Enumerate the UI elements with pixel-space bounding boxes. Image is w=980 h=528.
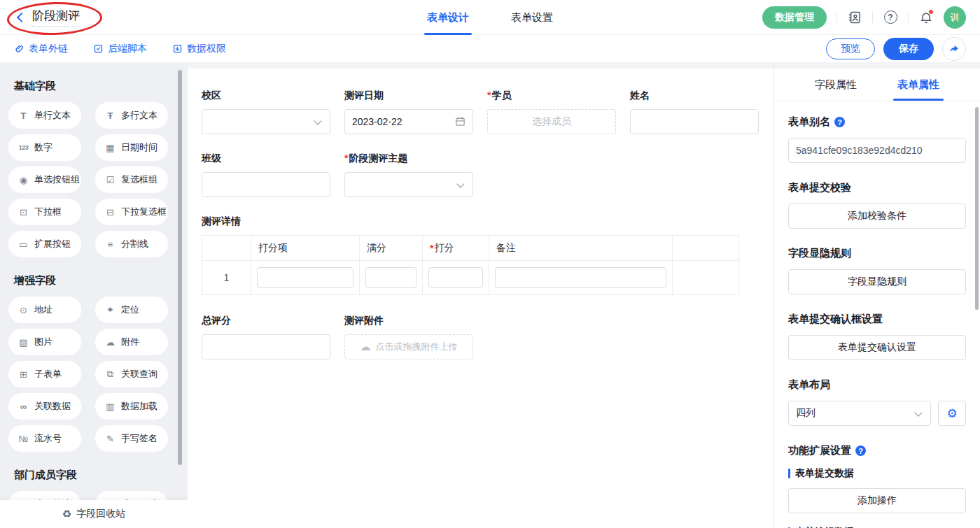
submit-data-section: 表单提交数据 添加操作 — [788, 467, 966, 513]
table-header-full-score: 满分 — [360, 236, 423, 261]
share-button[interactable] — [942, 37, 966, 61]
submit-validation-section: 表单提交校验 添加校验条件 — [788, 181, 966, 229]
attachment-upload-area[interactable]: 点击或拖拽附件上传 — [344, 334, 473, 359]
remark-input[interactable] — [495, 267, 666, 288]
score-input[interactable] — [428, 267, 483, 288]
form-layout-select[interactable]: 四列 — [788, 401, 931, 426]
number-icon — [18, 144, 29, 151]
field-item-address[interactable]: 地址 — [8, 297, 81, 323]
table-header-remark: 备注 — [489, 236, 673, 261]
field-visibility-button[interactable]: 字段显隐规则 — [788, 269, 966, 294]
section-title-enhanced-fields: 增强字段 — [14, 274, 188, 287]
field-item-image[interactable]: 图片 — [8, 329, 81, 355]
field-item-single-line-text[interactable]: 单行文本 — [8, 102, 81, 129]
field-item-linked-query[interactable]: 关联查询 — [95, 361, 168, 387]
field-label: 测评日期 — [344, 90, 473, 102]
field-class: 班级 — [202, 152, 330, 197]
sidebar-scrollbar[interactable] — [178, 70, 182, 465]
field-item-subform[interactable]: 子表单 — [8, 361, 81, 387]
total-score-input[interactable] — [202, 334, 330, 359]
field-item-multi-line-text[interactable]: 多行文本 — [95, 102, 168, 129]
score-item-input[interactable] — [257, 267, 354, 288]
form-design-canvas: 校区 测评日期 *学员 选择成员 姓名 — [188, 69, 774, 528]
tab-field-properties[interactable]: 字段属性 — [815, 69, 857, 101]
submit-confirm-section: 表单提交确认框设置 表单提交确认设置 — [788, 313, 966, 360]
eval-topic-select[interactable] — [344, 172, 473, 197]
field-item-dropdown-multi[interactable]: 下拉复选框 — [95, 199, 168, 225]
submit-data-add-button[interactable]: 添加操作 — [788, 488, 966, 513]
contact-book-icon[interactable] — [847, 10, 862, 25]
properties-panel: 字段属性 表单属性 表单别名 表单提交校验 添加校验条件 字段显隐规则 字段显隐… — [774, 69, 980, 528]
divider — [836, 12, 837, 23]
field-item-linked-data[interactable]: 关联数据 — [8, 393, 81, 420]
multi-line-text-icon — [104, 110, 116, 121]
attachment-icon — [104, 337, 116, 348]
calendar-icon — [454, 115, 466, 127]
field-name: 姓名 — [630, 90, 759, 134]
full-score-input[interactable] — [365, 267, 416, 288]
help-icon[interactable] — [883, 10, 898, 25]
field-item-dropdown[interactable]: 下拉框 — [8, 199, 81, 225]
subform-icon — [18, 369, 29, 380]
add-validation-button[interactable]: 添加校验条件 — [788, 204, 966, 229]
back-icon[interactable] — [17, 12, 27, 22]
checkbox-group-icon — [104, 175, 116, 185]
tab-form-settings[interactable]: 表单设置 — [511, 0, 553, 35]
linked-query-icon — [104, 369, 116, 380]
submit-confirm-button[interactable]: 表单提交确认设置 — [788, 335, 966, 360]
name-input[interactable] — [630, 109, 759, 134]
field-item-serial-number[interactable]: 流水号 — [8, 425, 81, 452]
layout-settings-button[interactable] — [938, 401, 966, 426]
field-eval-topic: *阶段测评主题 — [344, 152, 473, 197]
gear-icon — [946, 406, 957, 421]
campus-select[interactable] — [202, 109, 330, 134]
location-icon — [104, 304, 116, 315]
dropdown-icon — [18, 207, 29, 217]
field-palette-sidebar: 基础字段 单行文本 多行文本 数字 日期时间 单选按钮组 复选框组 下拉框 下拉… — [0, 63, 188, 528]
signature-icon — [104, 434, 116, 444]
class-input[interactable] — [202, 172, 330, 197]
preview-button[interactable]: 预览 — [826, 38, 875, 59]
extension-settings-section: 功能扩展设置 — [788, 444, 966, 457]
field-eval-detail: 测评详情 打分项 满分 *打分 备注 1 — [202, 215, 773, 295]
field-item-attachment[interactable]: 附件 — [95, 329, 168, 355]
form-external-link[interactable]: 表单外链 — [14, 43, 68, 55]
notification-bell-icon[interactable] — [918, 10, 934, 25]
single-line-text-icon — [18, 110, 29, 121]
field-campus: 校区 — [202, 90, 330, 134]
field-total-score: 总评分 — [202, 315, 330, 359]
tab-form-design[interactable]: 表单设计 — [427, 0, 469, 35]
field-label: 班级 — [202, 152, 330, 165]
field-eval-date: 测评日期 — [344, 90, 473, 134]
panel-scrollbar[interactable] — [975, 107, 979, 310]
field-item-radio-group[interactable]: 单选按钮组 — [8, 166, 81, 193]
data-permission-link[interactable]: 数据权限 — [172, 43, 226, 55]
field-item-signature[interactable]: 手写签名 — [95, 425, 168, 452]
form-alias-section: 表单别名 — [788, 115, 966, 163]
help-icon[interactable] — [855, 445, 866, 456]
data-manage-button[interactable]: 数据管理 — [762, 6, 827, 29]
form-toolbar: 表单外链 后端脚本 数据权限 预览 保存 — [0, 35, 980, 63]
page-title[interactable]: 阶段测评 — [32, 8, 80, 27]
field-item-datetime[interactable]: 日期时间 — [95, 134, 168, 161]
form-alias-input[interactable] — [788, 138, 966, 163]
field-item-location[interactable]: 定位 — [95, 297, 168, 323]
script-icon — [93, 43, 104, 54]
field-item-extend-button[interactable]: 扩展按钮 — [8, 231, 81, 257]
backend-script-link[interactable]: 后端脚本 — [93, 43, 147, 55]
select-member-button[interactable]: 选择成员 — [487, 109, 616, 134]
divider — [908, 12, 909, 23]
field-item-checkbox-group[interactable]: 复选框组 — [95, 166, 168, 193]
field-label: 测评详情 — [202, 215, 773, 228]
field-recycle-bin[interactable]: 字段回收站 — [0, 500, 188, 528]
field-item-divider-line[interactable]: 分割线 — [95, 231, 168, 257]
dropdown-multi-icon — [104, 207, 116, 217]
table-header-extra — [673, 236, 738, 261]
save-button[interactable]: 保存 — [883, 38, 934, 60]
section-title-member-fields: 部门成员字段 — [14, 469, 188, 482]
tab-form-properties[interactable]: 表单属性 — [897, 69, 939, 101]
field-item-data-load[interactable]: 数据加载 — [95, 393, 168, 420]
help-icon[interactable] — [834, 117, 845, 127]
avatar[interactable]: 训 — [944, 6, 966, 29]
field-item-number[interactable]: 数字 — [8, 134, 81, 161]
